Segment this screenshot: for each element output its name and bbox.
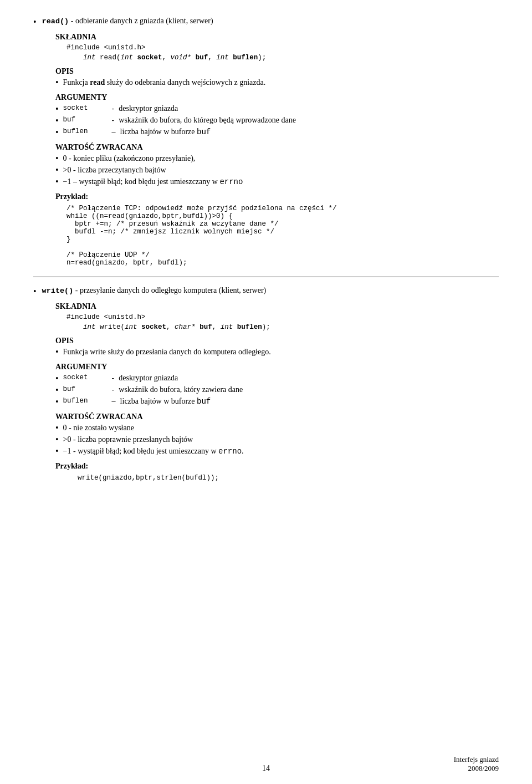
page-number: 14 bbox=[262, 764, 270, 773]
write-main-bullet: • write() - przesyłanie danych do odległ… bbox=[33, 286, 499, 297]
write-przyklad-label: Przykład: bbox=[55, 462, 499, 471]
write-arg-buf: • buf - wskaźnik do bufora, który zawier… bbox=[55, 385, 499, 395]
footer-right: Interfejs gniazd 2008/2009 bbox=[454, 755, 499, 773]
page: • read() - odbieranie danych z gniazda (… bbox=[0, 0, 532, 784]
write-signature: int write(int socket, char* buf, int buf… bbox=[66, 323, 499, 331]
write-args-table: • socket - deskryptor gniazda • buf - ws… bbox=[55, 374, 499, 407]
read-opis-text: Funkcja read służy do odebrania danych w… bbox=[63, 78, 266, 87]
read-arg-socket: • socket - deskryptor gniazda bbox=[55, 104, 499, 114]
read-opis-heading: OPIS bbox=[55, 67, 499, 76]
write-opis-bullet: • Funkcja write służy do przesłania dany… bbox=[55, 348, 499, 357]
write-wartosc-2: • −1 - wystąpił błąd; kod błędu jest umi… bbox=[55, 447, 499, 456]
write-wartosc-0: • 0 - nie zostało wysłane bbox=[55, 424, 499, 433]
write-argumenty-heading: ARGUMENTY bbox=[55, 363, 499, 371]
write-include: #include <unistd.h> bbox=[66, 313, 499, 321]
read-opis-bullet: • Funkcja read służy do odebrania danych… bbox=[55, 78, 499, 88]
read-function-name: read() bbox=[42, 17, 69, 26]
write-opis: OPIS • Funkcja write służy do przesłania… bbox=[55, 337, 499, 357]
read-section: • read() - odbieranie danych z gniazda (… bbox=[33, 17, 499, 267]
footer-title: Interfejs gniazd bbox=[454, 755, 499, 764]
read-wartosc: WARTOŚĆ ZWRACANA • 0 - koniec pliku (zak… bbox=[55, 143, 499, 187]
read-opis: OPIS • Funkcja read służy do odebrania d… bbox=[55, 67, 499, 88]
write-wartosc: WARTOŚĆ ZWRACANA • 0 - nie zostało wysła… bbox=[55, 413, 499, 456]
read-skladnia: SKŁADNIA #include <unistd.h> int read(in… bbox=[55, 33, 499, 62]
write-skladnia-heading: SKŁADNIA bbox=[55, 302, 499, 311]
write-argumenty: ARGUMENTY • socket - deskryptor gniazda … bbox=[55, 363, 499, 407]
write-function-name: write() bbox=[42, 287, 74, 295]
bullet-dot: • bbox=[33, 17, 37, 27]
read-signature: int read(int socket, void* buf, int bufl… bbox=[66, 54, 499, 62]
read-przyklad: Przykład: /* Połączenie TCP: odpowiedź m… bbox=[55, 192, 499, 267]
write-title: write() - przesyłanie danych do odległeg… bbox=[42, 286, 267, 295]
write-przyklad: Przykład: write(gniazdo,bptr,strlen(bufd… bbox=[55, 462, 499, 482]
read-skladnia-heading: SKŁADNIA bbox=[55, 33, 499, 42]
read-include: #include <unistd.h> bbox=[66, 44, 499, 52]
read-args-table: • socket - deskryptor gniazda • buf - ws… bbox=[55, 104, 499, 138]
write-example-code: write(gniazdo,bptr,strlen(bufdl)); bbox=[78, 474, 499, 482]
read-wartosc-1: • >0 - liczba przeczytanych bajtów bbox=[55, 166, 499, 175]
read-example-code: /* Połączenie TCP: odpowiedź może przyjś… bbox=[66, 205, 499, 267]
section-divider bbox=[33, 277, 499, 277]
write-wartosc-1: • >0 - liczba poprawnie przesłanych bajt… bbox=[55, 435, 499, 445]
write-arg-socket: • socket - deskryptor gniazda bbox=[55, 374, 499, 384]
read-title: read() - odbieranie danych z gniazda (kl… bbox=[42, 17, 213, 26]
write-opis-heading: OPIS bbox=[55, 337, 499, 345]
footer-year: 2008/2009 bbox=[454, 764, 499, 773]
write-opis-text: Funkcja write służy do przesłania danych… bbox=[63, 348, 271, 357]
read-argumenty-heading: ARGUMENTY bbox=[55, 93, 499, 102]
read-arg-buf: • buf - wskaźnik do bufora, do którego b… bbox=[55, 116, 499, 126]
read-wartosc-heading: WARTOŚĆ ZWRACANA bbox=[55, 143, 499, 152]
read-wartosc-0: • 0 - koniec pliku (zakończono przesyłan… bbox=[55, 154, 499, 164]
write-arg-buflen: • buflen – liczba bajtów w buforze buf bbox=[55, 397, 499, 407]
read-wartosc-2: • −1 – wystąpił błąd; kod błędu jest umi… bbox=[55, 177, 499, 187]
bullet-dot-2: • bbox=[33, 287, 37, 297]
read-argumenty: ARGUMENTY • socket - deskryptor gniazda … bbox=[55, 93, 499, 138]
read-przyklad-label: Przykład: bbox=[55, 192, 499, 201]
write-section: • write() - przesyłanie danych do odległ… bbox=[33, 286, 499, 482]
write-wartosc-heading: WARTOŚĆ ZWRACANA bbox=[55, 413, 499, 421]
write-skladnia: SKŁADNIA #include <unistd.h> int write(i… bbox=[55, 302, 499, 331]
read-arg-buflen: • buflen – liczba bajtów w buforze buf bbox=[55, 128, 499, 138]
read-main-bullet: • read() - odbieranie danych z gniazda (… bbox=[33, 17, 499, 27]
